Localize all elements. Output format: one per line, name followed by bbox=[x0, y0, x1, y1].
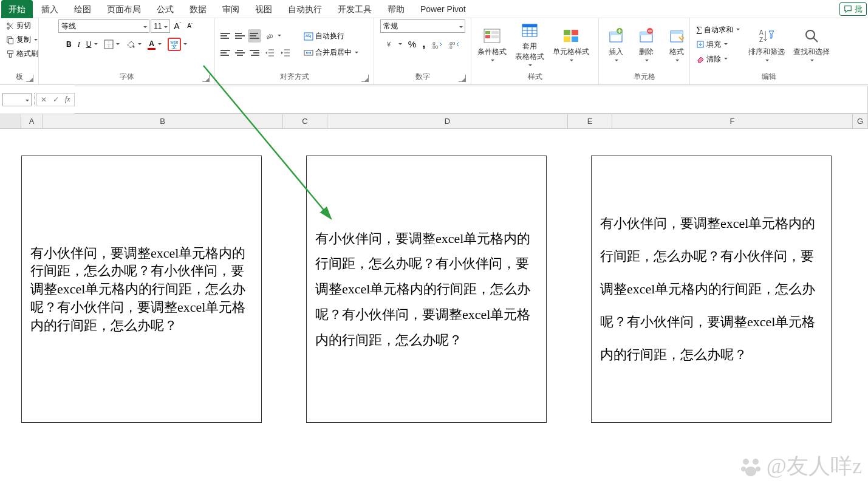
tab-page-layout[interactable]: 页面布局 bbox=[100, 0, 148, 18]
sigma-icon: ∑ bbox=[696, 25, 702, 35]
formula-input[interactable] bbox=[75, 86, 868, 114]
bucket-icon bbox=[126, 39, 135, 49]
fill-button[interactable]: 填充 bbox=[694, 38, 742, 51]
tab-view[interactable]: 视图 bbox=[248, 0, 279, 18]
chevron-down-icon bbox=[183, 43, 187, 47]
decrease-indent-button[interactable] bbox=[262, 47, 277, 59]
align-top-button[interactable] bbox=[219, 29, 232, 43]
cut-label: 剪切 bbox=[16, 21, 31, 31]
comments-label: 批 bbox=[855, 4, 863, 15]
tab-power-pivot[interactable]: Power Pivot bbox=[413, 0, 473, 18]
col-D-header[interactable]: D bbox=[327, 114, 568, 128]
fx-button[interactable]: fx bbox=[65, 95, 70, 104]
formula-bar: ✕ ✓ fx bbox=[0, 85, 868, 114]
underline-button[interactable]: U bbox=[84, 39, 101, 50]
merge-center-button[interactable]: 合并后居中 bbox=[301, 46, 361, 59]
orientation-button[interactable]: ab bbox=[262, 30, 284, 42]
cell-D2[interactable]: 有小伙伴问，要调整excel单元格内的行间距，怎么办呢？有小伙伴问，要调整exc… bbox=[306, 156, 547, 423]
select-all-corner[interactable] bbox=[0, 114, 21, 128]
comment-icon bbox=[844, 5, 852, 13]
tab-review[interactable]: 审阅 bbox=[215, 0, 247, 18]
conditional-format-button[interactable]: 条件格式 bbox=[475, 25, 509, 64]
align-middle-button[interactable] bbox=[233, 29, 247, 43]
col-A-header[interactable]: A bbox=[21, 114, 43, 128]
format-as-table-button[interactable]: 套用 表格格式 bbox=[513, 19, 547, 69]
svg-rect-30 bbox=[564, 30, 570, 35]
align-center-button[interactable] bbox=[233, 46, 247, 60]
comma-style-button[interactable]: , bbox=[420, 36, 428, 52]
format-icon bbox=[668, 27, 685, 44]
increase-indent-button[interactable] bbox=[278, 47, 293, 59]
align-launcher[interactable] bbox=[361, 75, 369, 82]
enter-formula-button[interactable]: ✓ bbox=[53, 95, 59, 104]
col-B-header[interactable]: B bbox=[43, 114, 283, 128]
borders-button[interactable] bbox=[101, 38, 122, 50]
col-C-header[interactable]: C bbox=[283, 114, 327, 128]
tab-help[interactable]: 帮助 bbox=[380, 0, 412, 18]
tab-home[interactable]: 开始 bbox=[1, 0, 33, 18]
number-format-select[interactable] bbox=[380, 19, 465, 33]
name-box[interactable] bbox=[2, 93, 32, 106]
decrease-decimal-button[interactable]: .00.0 bbox=[446, 39, 462, 50]
number-launcher[interactable] bbox=[459, 75, 466, 82]
orientation-icon: ab bbox=[265, 31, 275, 41]
group-font: Aˆ Aˇ B I U A bbox=[39, 18, 215, 84]
col-F-header[interactable]: F bbox=[612, 114, 853, 128]
tab-draw[interactable]: 绘图 bbox=[67, 0, 98, 18]
sort-filter-button[interactable]: AZ 排序和筛选 bbox=[746, 25, 787, 64]
ribbon-tabs: 开始 插入 绘图 页面布局 公式 数据 审阅 视图 自动执行 开发工具 帮助 P… bbox=[0, 0, 868, 18]
find-select-button[interactable]: 查找和选择 bbox=[791, 25, 832, 64]
italic-button[interactable]: I bbox=[75, 39, 83, 50]
tab-developer[interactable]: 开发工具 bbox=[330, 0, 379, 18]
format-cells-button[interactable]: 格式 bbox=[663, 25, 690, 64]
font-color-icon: A bbox=[148, 39, 155, 50]
increase-decimal-button[interactable]: .0.00 bbox=[429, 39, 445, 50]
number-group-label: 数字 bbox=[415, 72, 430, 81]
accounting-format-button[interactable]: ¥ bbox=[383, 38, 405, 50]
comments-button[interactable]: 批 bbox=[839, 2, 867, 16]
percent-button[interactable]: % bbox=[406, 38, 419, 50]
clipboard-launcher[interactable] bbox=[26, 75, 33, 82]
tab-insert[interactable]: 插入 bbox=[34, 0, 66, 18]
cancel-formula-button[interactable]: ✕ bbox=[41, 95, 47, 104]
col-G-header[interactable]: G bbox=[853, 114, 868, 128]
worksheet: A B C D E F G 有小伙伴问，要调整excel单元格内的行间距，怎么办… bbox=[0, 114, 868, 486]
chevron-down-icon bbox=[278, 35, 281, 38]
phonetic-bottom: 文 bbox=[171, 44, 177, 49]
inc-dec-icon: .0.00 bbox=[431, 40, 442, 49]
font-name-select[interactable] bbox=[58, 19, 149, 33]
align-bottom-button[interactable] bbox=[248, 29, 261, 43]
delete-cells-button[interactable]: 删除 bbox=[633, 25, 660, 64]
cut-button[interactable]: 剪切 bbox=[4, 19, 33, 32]
insert-cells-button[interactable]: 插入 bbox=[603, 25, 629, 64]
bold-button[interactable]: B bbox=[64, 39, 74, 50]
tab-formulas[interactable]: 公式 bbox=[149, 0, 181, 18]
font-launcher[interactable] bbox=[202, 75, 210, 82]
svg-rect-31 bbox=[572, 30, 578, 35]
chevron-down-icon bbox=[528, 64, 532, 68]
format-painter-button[interactable]: 格式刷 bbox=[4, 47, 41, 60]
tab-automate[interactable]: 自动执行 bbox=[281, 0, 329, 18]
copy-button[interactable]: 复制 bbox=[4, 33, 40, 46]
align-right-button[interactable] bbox=[248, 46, 261, 60]
wrap-text-button[interactable]: ab 自动换行 bbox=[301, 30, 361, 43]
phonetic-guide-button[interactable]: wén 文 bbox=[165, 36, 190, 52]
cond-format-label: 条件格式 bbox=[477, 47, 507, 57]
tab-data[interactable]: 数据 bbox=[182, 0, 214, 18]
svg-rect-25 bbox=[522, 24, 537, 27]
align-left-button[interactable] bbox=[219, 46, 232, 60]
fill-down-icon bbox=[696, 40, 705, 49]
svg-text:A: A bbox=[759, 29, 764, 36]
chevron-down-icon bbox=[724, 43, 728, 47]
increase-font-button[interactable]: Aˆ bbox=[171, 20, 183, 32]
col-E-header[interactable]: E bbox=[568, 114, 612, 128]
autosum-button[interactable]: ∑ 自动求和 bbox=[694, 24, 742, 36]
clear-button[interactable]: 清除 bbox=[694, 53, 742, 66]
cell-styles-button[interactable]: 单元格样式 bbox=[550, 25, 592, 64]
cell-B2[interactable]: 有小伙伴问，要调整excel单元格内的行间距，怎么办呢？有小伙伴问，要调整exc… bbox=[21, 156, 262, 423]
font-color-button[interactable]: A bbox=[145, 38, 164, 51]
decrease-font-button[interactable]: Aˇ bbox=[185, 21, 195, 30]
grid-area[interactable]: 有小伙伴问，要调整excel单元格内的行间距，怎么办呢？有小伙伴问，要调整exc… bbox=[0, 129, 868, 469]
cell-F2[interactable]: 有小伙伴问，要调整excel单元格内的行间距，怎么办呢？有小伙伴问，要调整exc… bbox=[591, 156, 832, 423]
fill-color-button[interactable] bbox=[123, 38, 144, 50]
